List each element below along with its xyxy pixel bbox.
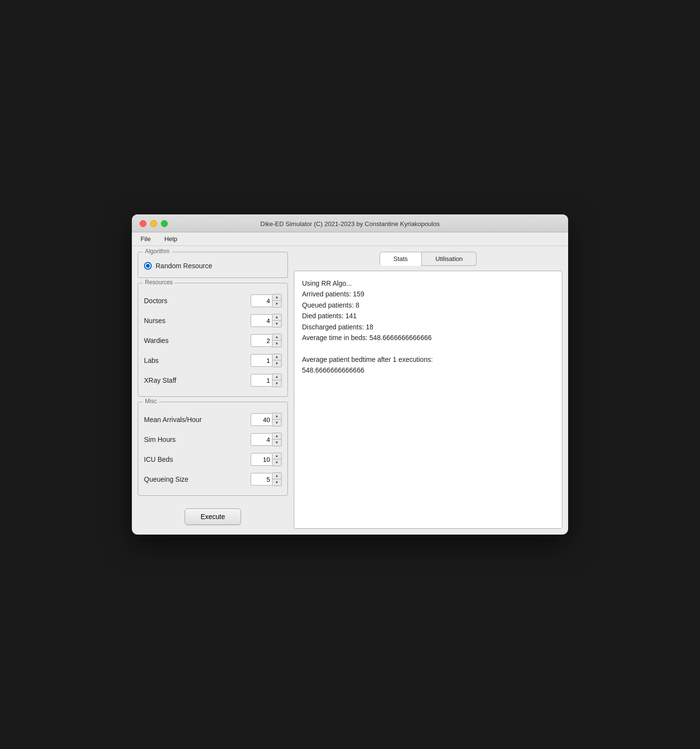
xray-staff-label: XRay Staff	[144, 376, 251, 384]
resources-group: Resources Doctors ▲ ▼ Nurses	[138, 283, 288, 397]
mean-arrivals-input[interactable]	[251, 413, 272, 426]
random-resource-label: Random Resource	[156, 262, 212, 270]
xray-staff-spinner-buttons: ▲ ▼	[272, 374, 282, 387]
xray-staff-decrement[interactable]: ▼	[272, 380, 281, 387]
wardies-decrement[interactable]: ▼	[272, 341, 281, 347]
nurses-increment[interactable]: ▲	[272, 314, 281, 321]
nurses-decrement[interactable]: ▼	[272, 321, 281, 327]
window-title: Dike-ED Simulator (C) 2021-2023 by Const…	[260, 220, 440, 228]
wardies-spinner-buttons: ▲ ▼	[272, 334, 282, 347]
app-window: Dike-ED Simulator (C) 2021-2023 by Const…	[132, 214, 568, 535]
labs-input[interactable]	[251, 354, 272, 367]
doctors-spinner-buttons: ▲ ▼	[272, 294, 282, 308]
wardies-input[interactable]	[251, 334, 272, 347]
queueing-size-increment[interactable]: ▲	[272, 473, 281, 479]
algorithm-group-label: Algorithm	[143, 248, 172, 255]
wardies-increment[interactable]: ▲	[272, 334, 281, 341]
tab-utilisation[interactable]: Utilisation	[422, 252, 477, 266]
nurses-input[interactable]	[251, 314, 272, 327]
nurses-spinner-buttons: ▲ ▼	[272, 314, 282, 327]
algorithm-group: Algorithm Random Resource	[138, 252, 288, 278]
nurses-spinner: ▲ ▼	[251, 314, 282, 327]
labs-increment[interactable]: ▲	[272, 354, 281, 360]
main-content: Algorithm Random Resource Resources Doct…	[132, 246, 568, 535]
doctors-increment[interactable]: ▲	[272, 294, 281, 301]
execute-area: Execute	[138, 501, 288, 529]
random-resource-radio[interactable]	[144, 262, 152, 270]
icu-beds-spinner-buttons: ▲ ▼	[272, 453, 282, 466]
right-panel: Stats Utilisation Using RR Algo... Arriv…	[294, 252, 562, 529]
mean-arrivals-decrement[interactable]: ▼	[272, 420, 281, 426]
wardies-row: Wardies ▲ ▼	[144, 331, 282, 351]
sim-hours-row: Sim Hours ▲ ▼	[144, 430, 282, 450]
queueing-size-label: Queueing Size	[144, 475, 251, 483]
traffic-lights	[140, 220, 168, 227]
mean-arrivals-row: Mean Arrivals/Hour ▲ ▼	[144, 410, 282, 430]
xray-staff-row: XRay Staff ▲ ▼	[144, 371, 282, 391]
queueing-size-row: Queueing Size ▲ ▼	[144, 470, 282, 489]
misc-group: Misc Mean Arrivals/Hour ▲ ▼ Sim Hours	[138, 402, 288, 496]
doctors-label: Doctors	[144, 297, 251, 305]
mean-arrivals-label: Mean Arrivals/Hour	[144, 416, 251, 423]
queueing-size-spinner: ▲ ▼	[251, 472, 282, 486]
icu-beds-spinner: ▲ ▼	[251, 453, 282, 466]
queueing-size-spinner-buttons: ▲ ▼	[272, 472, 282, 486]
menu-bar: File Help	[132, 232, 568, 246]
icu-beds-row: ICU Beds ▲ ▼	[144, 450, 282, 470]
wardies-spinner: ▲ ▼	[251, 334, 282, 347]
labs-row: Labs ▲ ▼	[144, 351, 282, 371]
doctors-decrement[interactable]: ▼	[272, 301, 281, 307]
help-menu[interactable]: Help	[161, 234, 180, 244]
wardies-label: Wardies	[144, 337, 251, 344]
doctors-spinner: ▲ ▼	[251, 294, 282, 308]
sim-hours-increment[interactable]: ▲	[272, 433, 281, 440]
icu-beds-decrement[interactable]: ▼	[272, 459, 281, 466]
sim-hours-spinner: ▲ ▼	[251, 433, 282, 446]
labs-spinner: ▲ ▼	[251, 354, 282, 367]
mean-arrivals-increment[interactable]: ▲	[272, 413, 281, 420]
minimize-button[interactable]	[150, 220, 157, 227]
random-resource-radio-row[interactable]: Random Resource	[144, 260, 282, 272]
labs-label: Labs	[144, 357, 251, 364]
maximize-button[interactable]	[161, 220, 168, 227]
xray-staff-increment[interactable]: ▲	[272, 374, 281, 380]
queueing-size-decrement[interactable]: ▼	[272, 479, 281, 486]
left-panel: Algorithm Random Resource Resources Doct…	[138, 252, 288, 529]
tabs-bar: Stats Utilisation	[294, 252, 562, 266]
nurses-label: Nurses	[144, 317, 251, 325]
doctors-row: Doctors ▲ ▼	[144, 291, 282, 311]
icu-beds-increment[interactable]: ▲	[272, 453, 281, 459]
stats-output: Using RR Algo... Arrived patients: 159 Q…	[294, 271, 562, 529]
sim-hours-input[interactable]	[251, 433, 272, 446]
execute-button[interactable]: Execute	[185, 508, 241, 525]
sim-hours-decrement[interactable]: ▼	[272, 440, 281, 446]
mean-arrivals-spinner: ▲ ▼	[251, 413, 282, 426]
nurses-row: Nurses ▲ ▼	[144, 311, 282, 331]
misc-group-label: Misc	[143, 398, 159, 405]
file-menu[interactable]: File	[138, 234, 154, 244]
close-button[interactable]	[140, 220, 146, 227]
icu-beds-input[interactable]	[251, 453, 272, 466]
resources-group-label: Resources	[143, 279, 175, 286]
sim-hours-label: Sim Hours	[144, 436, 251, 443]
icu-beds-label: ICU Beds	[144, 456, 251, 463]
title-bar: Dike-ED Simulator (C) 2021-2023 by Const…	[132, 214, 568, 232]
labs-spinner-buttons: ▲ ▼	[272, 354, 282, 367]
doctors-input[interactable]	[251, 294, 272, 307]
tab-stats[interactable]: Stats	[380, 252, 422, 266]
xray-staff-input[interactable]	[251, 374, 272, 387]
labs-decrement[interactable]: ▼	[272, 360, 281, 367]
mean-arrivals-spinner-buttons: ▲ ▼	[272, 413, 282, 426]
queueing-size-input[interactable]	[251, 473, 272, 486]
xray-staff-spinner: ▲ ▼	[251, 374, 282, 387]
sim-hours-spinner-buttons: ▲ ▼	[272, 433, 282, 446]
